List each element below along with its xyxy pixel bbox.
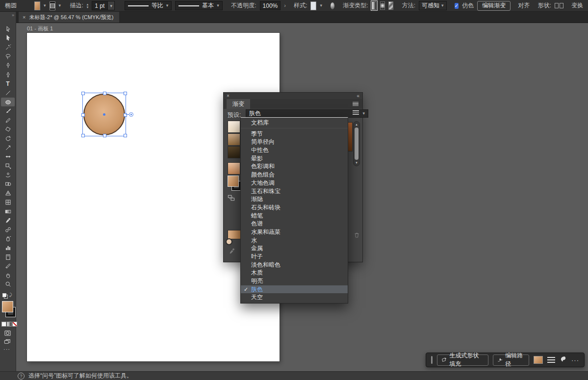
method-dropdown[interactable]: 可感知 ▾ [419,1,447,10]
width-profile-chevron-icon[interactable]: ▾ [166,3,169,8]
toolbar-collapse-icon[interactable]: » [12,13,14,18]
shape-properties-icon[interactable] [555,3,563,8]
dropdown-item-10[interactable]: 蜡笔 [241,212,348,220]
dropdown-item-1[interactable]: 简单径向 [241,138,348,146]
help-question-icon[interactable]: ? [18,373,25,380]
fill-color-swatch[interactable] [34,1,40,10]
dither-checkbox[interactable]: ✓ [455,3,459,9]
generative-shape-fill-button[interactable]: 生成式形状填充 [437,355,488,366]
width-profile-dropdown[interactable]: 等比 ▾ [125,1,172,10]
panel-fill-swatch[interactable] [228,176,239,187]
gradient-panel-tab[interactable]: 渐变 [227,99,250,109]
gradient-tool[interactable] [0,207,16,216]
dropdown-item-11[interactable]: 色谱 [241,220,348,228]
panel-menu-icon[interactable] [353,102,358,106]
gradient-button[interactable] [7,322,12,327]
screen-mode-icon[interactable] [3,338,11,347]
curvature-tool[interactable] [0,70,16,79]
panel-collapse-icon[interactable]: « [357,93,359,99]
shape-builder-tool[interactable] [0,179,16,189]
scale-tool[interactable] [0,143,16,152]
edit-gradient-button[interactable]: 编辑渐变 [477,1,511,11]
edit-path-button[interactable]: 编辑路径 [493,355,530,366]
dropdown-item-0[interactable]: 季节 [241,130,348,138]
dropdown-item-16[interactable]: 淡色和暗色 [241,261,348,269]
free-transform-tool[interactable] [0,161,16,171]
stroke-weight-stepper[interactable]: ▴▾ [87,3,89,9]
transform-menu[interactable]: 变换 [571,1,583,10]
zoom-tool[interactable] [0,280,16,289]
scroll-down-icon[interactable]: ▾ [356,161,358,165]
document-tab[interactable]: × 未标题-2* @ 56.47 % (CMYK/预览) [19,12,119,23]
slice-tool[interactable] [0,261,16,271]
dropdown-item-3[interactable]: 晕影 [241,154,348,163]
dropdown-item-4[interactable]: 色彩调和 [241,162,348,171]
selection-handle[interactable] [124,92,127,95]
preset-thumbnail-3[interactable] [228,146,240,158]
gradient-center-point[interactable] [103,113,105,116]
color-button[interactable] [1,322,6,327]
dropdown-item-19[interactable]: ✓肤色 [241,285,348,294]
brush-chevron-icon[interactable]: ▾ [217,3,219,8]
eraser-tool[interactable] [0,125,16,134]
dropdown-item-2[interactable]: 中性色 [241,146,348,154]
none-button[interactable] [12,322,17,327]
symbol-sprayer-tool[interactable] [0,234,16,244]
type-tool[interactable]: T [0,79,16,89]
fill-chevron-icon[interactable]: ▾ [44,3,46,8]
selection-tool[interactable] [0,25,16,34]
column-graph-tool[interactable] [0,243,16,253]
magic-wand-tool[interactable] [0,43,16,52]
selection-handle[interactable] [81,113,85,117]
lasso-tool[interactable] [0,52,16,61]
line-segment-tool[interactable] [0,88,16,98]
dropdown-item-12[interactable]: 水果和蔬菜 [241,228,348,236]
width-tool[interactable] [0,152,16,161]
preset-thumbnail-2[interactable] [228,133,240,146]
dropdown-item-9[interactable]: 石头和砖块 [241,203,348,212]
taskbar-stroke-icon[interactable] [547,357,555,363]
panel-eyedropper-icon[interactable] [229,248,235,256]
delete-stop-icon[interactable] [354,232,360,240]
scroll-thumb[interactable] [355,127,358,160]
selection-handle[interactable] [103,134,106,137]
artboard-tool[interactable] [0,253,16,262]
dropdown-item-8[interactable]: 渐隐 [241,195,348,203]
dropdown-item-5[interactable]: 颜色组合 [241,171,348,179]
opacity-field[interactable]: 100% [260,1,281,10]
perspective-grid-tool[interactable] [0,189,16,198]
preset-thumbnail-1[interactable] [228,121,240,133]
pen-tool[interactable] [0,61,16,70]
ellipse-tool[interactable] [1,98,15,107]
align-menu[interactable]: 对齐 [518,1,530,10]
stroke-chevron-icon[interactable]: ▾ [59,3,61,8]
preset-list-view-icon[interactable] [353,110,359,115]
brush-dropdown[interactable]: 基本 ▾ [175,1,223,10]
taskbar-fill-swatch[interactable] [534,356,543,364]
direct-selection-tool[interactable] [0,34,16,43]
selection-handle[interactable] [81,92,85,95]
dropdown-item-17[interactable]: 木质 [241,269,348,277]
stroke-color-swatch[interactable] [50,1,55,10]
shaper-tool[interactable] [0,116,16,125]
gradient-stop[interactable] [226,238,232,245]
selection-handle[interactable] [81,134,85,137]
dropdown-item-13[interactable]: 水 [241,236,348,245]
sphere-icon[interactable] [331,2,334,9]
radial-gradient-type-button[interactable] [380,1,385,10]
dropdown-item-20[interactable]: 天空 [241,293,348,302]
swap-fill-stroke-icon[interactable]: ⤸ [9,292,12,298]
opacity-overflow-chevron-icon[interactable]: › [284,3,286,8]
panel-close-icon[interactable]: × [227,93,230,99]
preset-thumbnail-4[interactable] [228,162,240,175]
selection-handle[interactable] [103,92,106,95]
style-swatch[interactable] [310,1,316,10]
dropdown-item-6[interactable]: 大地色调 [241,179,348,187]
preset-scrollbar[interactable]: ▴ ▾ [353,121,360,166]
style-chevron-icon[interactable]: ▾ [320,3,322,8]
dropdown-item-library[interactable]: 文档库 [241,119,348,127]
fill-proxy-swatch[interactable] [2,301,13,312]
stroke-weight-chevron-icon[interactable]: ▾ [107,1,114,10]
puppet-warp-tool[interactable] [0,171,16,180]
rotate-tool[interactable] [0,134,16,143]
